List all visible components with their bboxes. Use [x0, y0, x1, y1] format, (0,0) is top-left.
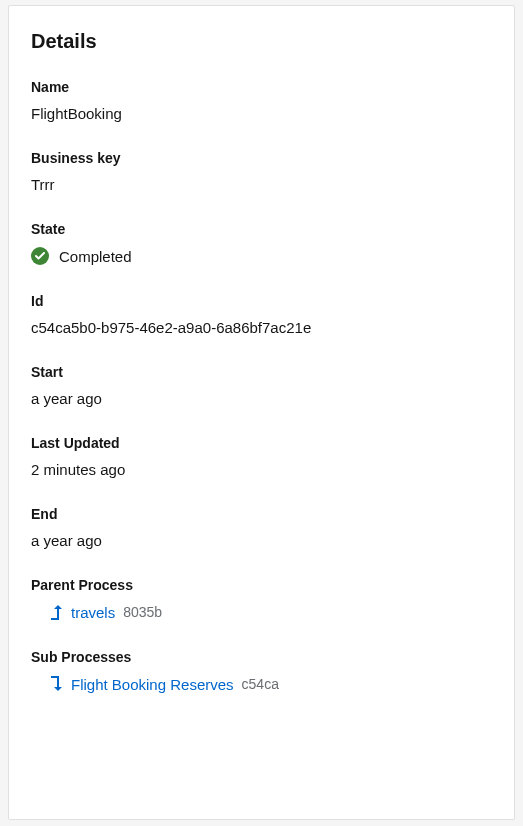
field-value-end: a year ago [31, 532, 492, 549]
level-up-icon [49, 603, 63, 621]
field-parent-process: Parent Process travels 8035b [31, 577, 492, 621]
field-label-last-updated: Last Updated [31, 435, 492, 451]
field-state: State Completed [31, 221, 492, 265]
field-id: Id c54ca5b0-b975-46e2-a9a0-6a86bf7ac21e [31, 293, 492, 336]
state-row: Completed [31, 247, 492, 265]
field-label-name: Name [31, 79, 492, 95]
field-start: Start a year ago [31, 364, 492, 407]
field-value-state: Completed [59, 248, 132, 265]
field-value-start: a year ago [31, 390, 492, 407]
field-name: Name FlightBooking [31, 79, 492, 122]
parent-process-link[interactable]: travels [71, 604, 115, 621]
field-label-end: End [31, 506, 492, 522]
card-title: Details [31, 30, 492, 53]
field-value-name: FlightBooking [31, 105, 492, 122]
field-last-updated: Last Updated 2 minutes ago [31, 435, 492, 478]
field-business-key: Business key Trrr [31, 150, 492, 193]
parent-process-row: travels 8035b [31, 603, 492, 621]
field-label-sub-processes: Sub Processes [31, 649, 492, 665]
field-value-business-key: Trrr [31, 176, 492, 193]
field-end: End a year ago [31, 506, 492, 549]
field-label-state: State [31, 221, 492, 237]
field-label-id: Id [31, 293, 492, 309]
sub-process-link[interactable]: Flight Booking Reserves [71, 676, 234, 693]
details-card: Details Name FlightBooking Business key … [8, 5, 515, 820]
field-value-last-updated: 2 minutes ago [31, 461, 492, 478]
level-down-icon [49, 675, 63, 693]
field-label-business-key: Business key [31, 150, 492, 166]
check-circle-icon [31, 247, 49, 265]
sub-process-row: Flight Booking Reserves c54ca [31, 675, 492, 693]
field-sub-processes: Sub Processes Flight Booking Reserves c5… [31, 649, 492, 693]
parent-process-id: 8035b [123, 604, 162, 620]
sub-process-id: c54ca [242, 676, 279, 692]
field-label-parent-process: Parent Process [31, 577, 492, 593]
field-value-id: c54ca5b0-b975-46e2-a9a0-6a86bf7ac21e [31, 319, 492, 336]
field-label-start: Start [31, 364, 492, 380]
